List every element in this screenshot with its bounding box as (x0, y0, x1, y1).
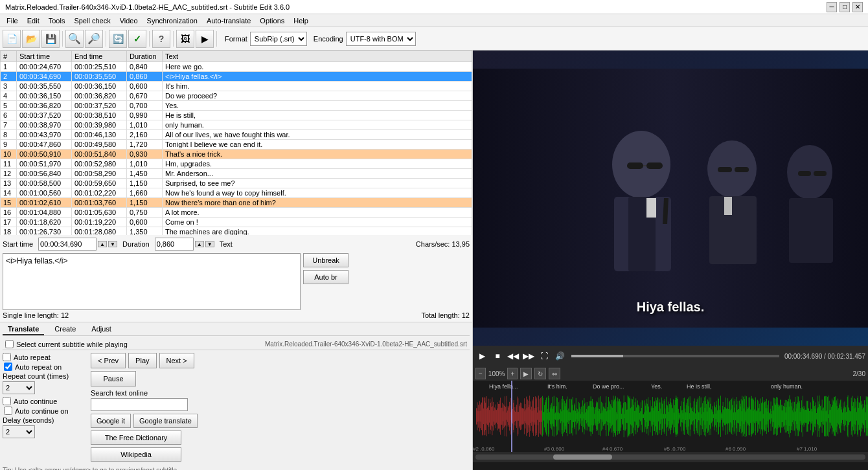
table-row[interactable]: 100:00:24,67000:00:25,5100,840Here we go… (1, 62, 472, 72)
stop-btn[interactable]: ■ (491, 350, 504, 363)
fullscreen-btn[interactable]: ⛶ (538, 350, 551, 363)
check-button[interactable]: ✓ (128, 30, 146, 48)
start-time-input[interactable] (38, 238, 97, 251)
svg-rect-699 (846, 412, 847, 421)
waveform-play[interactable]: ▶ (520, 368, 532, 379)
separator-1 (62, 31, 63, 47)
menu-help[interactable]: Help (290, 16, 312, 26)
menu-edit[interactable]: Edit (23, 16, 43, 26)
waveform-svg[interactable]: Hiya fella... It's him. Do we pro... Yes… (473, 381, 868, 452)
duration-input[interactable] (155, 238, 194, 251)
previous-button[interactable]: < Prev (91, 353, 126, 368)
svg-rect-352 (655, 406, 656, 426)
table-row[interactable]: 700:00:38,97000:00:39,9801,010only human… (1, 120, 472, 130)
maximize-button[interactable]: □ (839, 2, 850, 12)
play-pause-btn[interactable]: ▶ (475, 350, 488, 363)
waveform-zoom-in[interactable]: + (507, 368, 518, 379)
format-select[interactable]: SubRip (.srt) (250, 32, 307, 46)
play-button[interactable]: Play (128, 353, 156, 368)
duration-up[interactable]: ▲ (195, 241, 204, 247)
auto-continue-on-checkbox[interactable] (4, 407, 12, 415)
image-button[interactable]: 🖼 (176, 30, 194, 48)
table-row[interactable]: 1600:01:04,88000:01:05,6300,750A lot mor… (1, 208, 472, 218)
scrollbar-thumb[interactable] (553, 454, 611, 460)
scrollbar-track[interactable] (475, 454, 865, 460)
delay-select[interactable]: 2 3 5 (3, 425, 35, 438)
row-text: Now he's found a way to copy himself. (163, 188, 472, 198)
menu-file[interactable]: File (3, 16, 22, 26)
search-input[interactable] (91, 398, 188, 411)
tab-adjust[interactable]: Adjust (86, 324, 117, 335)
free-dictionary-button[interactable]: The Free Dictionary (91, 431, 181, 445)
table-row[interactable]: 800:00:43,97000:00:46,1302,160All of our… (1, 130, 472, 140)
menu-tools[interactable]: Tools (45, 16, 69, 26)
start-time-down[interactable]: ▼ (108, 241, 117, 247)
reload-button[interactable]: 🔄 (109, 30, 127, 48)
waveform-zoom-out[interactable]: − (475, 368, 486, 379)
subtitle-table-container[interactable]: # Start time End time Duration Text 100:… (0, 50, 472, 235)
auto-repeat-on-checkbox[interactable] (4, 363, 12, 371)
next-button[interactable]: Next > (159, 353, 194, 368)
svg-rect-512 (743, 397, 744, 436)
table-row[interactable]: 400:00:36,15000:00:36,8200,670Do we proc… (1, 91, 472, 101)
menu-autotranslate[interactable]: Auto-translate (203, 16, 255, 26)
auto-repeat-checkbox[interactable] (3, 353, 11, 361)
waveform-nav[interactable]: ⇔ (549, 368, 560, 379)
start-time-up[interactable]: ▲ (98, 241, 107, 247)
table-row[interactable]: 600:00:37,52000:00:38,5100,990He is stil… (1, 111, 472, 120)
table-row[interactable]: 1300:00:58,50000:00:59,6501,150Surprised… (1, 179, 472, 188)
rewind-btn[interactable]: ◀◀ (507, 350, 520, 363)
wikipedia-button[interactable]: Wikipedia (91, 447, 181, 462)
pause-button[interactable]: Pause (91, 371, 136, 386)
volume-btn[interactable]: 🔊 (553, 350, 566, 363)
row-start: 00:00:43,970 (17, 130, 72, 140)
menu-sync[interactable]: Synchronization (143, 16, 201, 26)
media-button[interactable]: ▶ (196, 30, 214, 48)
findreplace-button[interactable]: 🔎 (85, 30, 103, 48)
table-row[interactable]: 1800:01:26,73000:01:28,0801,350The machi… (1, 227, 472, 236)
table-row[interactable]: 500:00:36,82000:00:37,5200,700Yes. (1, 101, 472, 111)
repeat-count-select[interactable]: 2 3 4 (3, 381, 35, 394)
table-row[interactable]: 300:00:35,55000:00:36,1500,600It's him. (1, 82, 472, 91)
google-translate-button[interactable]: Google translate (133, 414, 198, 428)
save-button[interactable]: 💾 (41, 30, 60, 48)
table-row[interactable]: 200:00:34,69000:00:35,5500,860<i>Hiya fe… (1, 72, 472, 82)
table-row[interactable]: 1700:01:18,62000:01:19,2200,600Come on ! (1, 218, 472, 227)
open-button[interactable]: 📂 (22, 30, 40, 48)
table-row[interactable]: 1500:01:02,61000:01:03,7601,150Now there… (1, 198, 472, 208)
duration-down[interactable]: ▼ (205, 241, 214, 247)
minimize-button[interactable]: ─ (827, 2, 837, 12)
auto-break-button[interactable]: Auto br (303, 270, 348, 284)
waveform-loop[interactable]: ↻ (534, 368, 546, 379)
svg-rect-437 (702, 407, 703, 425)
svg-rect-585 (783, 406, 784, 427)
help-button[interactable]: ? (152, 30, 170, 48)
svg-rect-351 (654, 401, 655, 431)
unbreak-button[interactable]: Unbreak (303, 253, 348, 267)
subtitle-text-area[interactable]: <i>Hiya fellas.</i> (3, 253, 301, 310)
table-row[interactable]: 1200:00:56,84000:00:58,2901,450Mr. Ander… (1, 169, 472, 179)
select-current-checkbox[interactable] (5, 340, 14, 348)
svg-rect-592 (787, 401, 788, 431)
find-button[interactable]: 🔍 (65, 30, 84, 48)
encoding-select[interactable]: UTF-8 with BOM (346, 32, 416, 46)
video-progress[interactable] (571, 355, 779, 357)
menu-video[interactable]: Video (116, 16, 142, 26)
auto-continue-checkbox[interactable] (3, 397, 11, 405)
row-start: 00:00:56,840 (17, 169, 72, 179)
menu-options[interactable]: Options (256, 16, 288, 26)
new-button[interactable]: 📄 (3, 30, 21, 48)
timeline-scrollbar[interactable] (473, 452, 868, 462)
svg-rect-701 (847, 397, 848, 436)
tab-translate[interactable]: Translate (3, 324, 44, 335)
tab-create[interactable]: Create (49, 324, 81, 335)
table-row[interactable]: 1000:00:50,91000:00:51,8400,930That's a … (1, 150, 472, 159)
table-row[interactable]: 1400:01:00,56000:01:02,2201,660Now he's … (1, 188, 472, 198)
table-row[interactable]: 900:00:47,86000:00:49,5801,720Tonight I … (1, 140, 472, 150)
close-button[interactable]: ✕ (852, 2, 863, 12)
forward-btn[interactable]: ▶▶ (522, 350, 535, 363)
svg-rect-298 (625, 402, 626, 431)
google-button[interactable]: Google it (91, 414, 131, 428)
menu-spellcheck[interactable]: Spell check (70, 16, 114, 26)
table-row[interactable]: 1100:00:51,97000:00:52,9801,010Hm, upgra… (1, 159, 472, 169)
